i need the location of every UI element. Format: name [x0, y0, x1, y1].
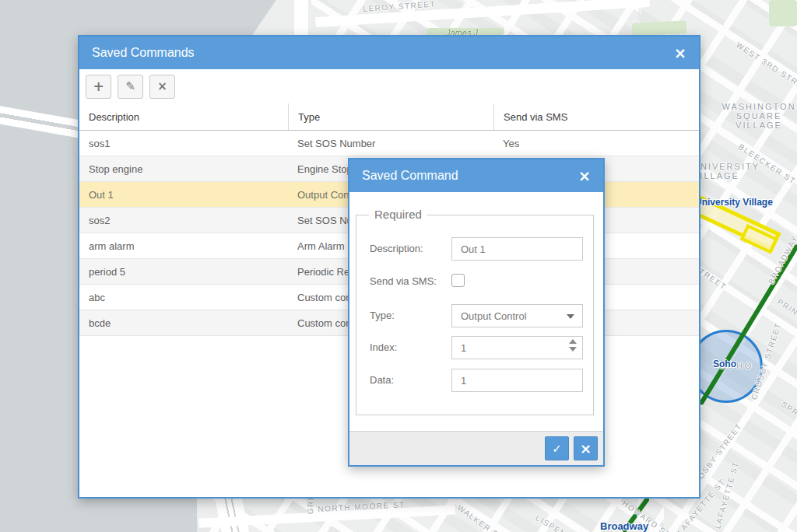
close-icon[interactable]: ×: [578, 169, 591, 184]
cell-description: sos2: [79, 208, 288, 233]
check-icon: ✓: [552, 442, 562, 456]
type-label: Type:: [370, 310, 395, 321]
plus-icon: +: [93, 79, 104, 94]
index-label: Index:: [370, 341, 397, 353]
chevron-down-icon: [567, 314, 574, 319]
cell-description: arm alarm: [79, 233, 288, 258]
send-via-sms-checkbox[interactable]: [451, 274, 465, 287]
cell-description: Out 1: [79, 182, 288, 207]
add-command-button[interactable]: +: [86, 75, 111, 99]
park-area: [769, 0, 797, 26]
type-dropdown[interactable]: Output Control: [451, 304, 583, 327]
index-field[interactable]: [451, 336, 583, 359]
road: [294, 0, 308, 36]
cancel-button[interactable]: ×: [574, 436, 598, 460]
description-field[interactable]: [451, 237, 583, 261]
area-label-washington-square-village: WASHINGTON SQUARE VILLAGE: [720, 102, 797, 130]
cell-type: Set SOS Number: [288, 131, 493, 156]
table-row[interactable]: sos1Set SOS NumberYes: [79, 131, 699, 156]
send-via-sms-label: Send via SMS:: [370, 275, 437, 287]
saved-command-dialog: Saved Command × Required Description: Se…: [348, 158, 605, 467]
x-icon: ×: [580, 440, 592, 457]
saved-commands-title: Saved Commands: [92, 46, 195, 60]
cell-description: period 5: [79, 259, 288, 284]
saved-commands-titlebar[interactable]: Saved Commands ×: [79, 37, 699, 69]
column-header-send-via-sms[interactable]: Send via SMS: [493, 103, 699, 130]
x-icon: ×: [157, 79, 167, 93]
poi-label-university-village: University Village: [695, 197, 773, 208]
cell-description: sos1: [79, 131, 288, 156]
commands-toolbar: + ✎ ×: [79, 69, 699, 103]
area-label-university-village: UNIVERSITY VILLAGE: [693, 162, 763, 180]
saved-command-footer: ✓ ×: [349, 431, 603, 465]
close-icon[interactable]: ×: [674, 46, 686, 61]
saved-command-form: Required Description: Send via SMS: Type…: [349, 192, 603, 431]
spinner-up-icon[interactable]: [569, 339, 577, 344]
index-spinner[interactable]: [569, 339, 578, 352]
cell-send-via-sms: Yes: [493, 131, 699, 156]
column-header-type[interactable]: Type: [288, 103, 493, 130]
type-dropdown-value: Output Control: [461, 310, 527, 322]
pencil-icon: ✎: [125, 79, 135, 93]
commands-table-header: Description Type Send via SMS: [79, 103, 699, 131]
data-label: Data:: [370, 374, 394, 386]
spinner-down-icon[interactable]: [569, 347, 577, 352]
cell-description: Stop engine: [79, 156, 288, 181]
saved-command-title: Saved Command: [362, 169, 458, 183]
ok-button[interactable]: ✓: [545, 436, 569, 460]
poi-label-soho: Soho: [713, 359, 736, 369]
data-field[interactable]: [451, 369, 583, 392]
column-header-description[interactable]: Description: [79, 103, 288, 130]
edit-command-button[interactable]: ✎: [118, 75, 143, 99]
saved-command-titlebar[interactable]: Saved Command ×: [349, 159, 603, 192]
description-label: Description:: [370, 243, 423, 254]
cell-description: abc: [79, 285, 288, 310]
delete-command-button[interactable]: ×: [149, 75, 175, 99]
poi-label-broadway: Broadway: [600, 520, 648, 532]
app-window: LEROY STREET GREENWICH ST WEST 3RD STREE…: [0, 0, 797, 532]
cell-description: bcde: [79, 310, 288, 335]
fieldset-legend: Required: [369, 208, 427, 221]
